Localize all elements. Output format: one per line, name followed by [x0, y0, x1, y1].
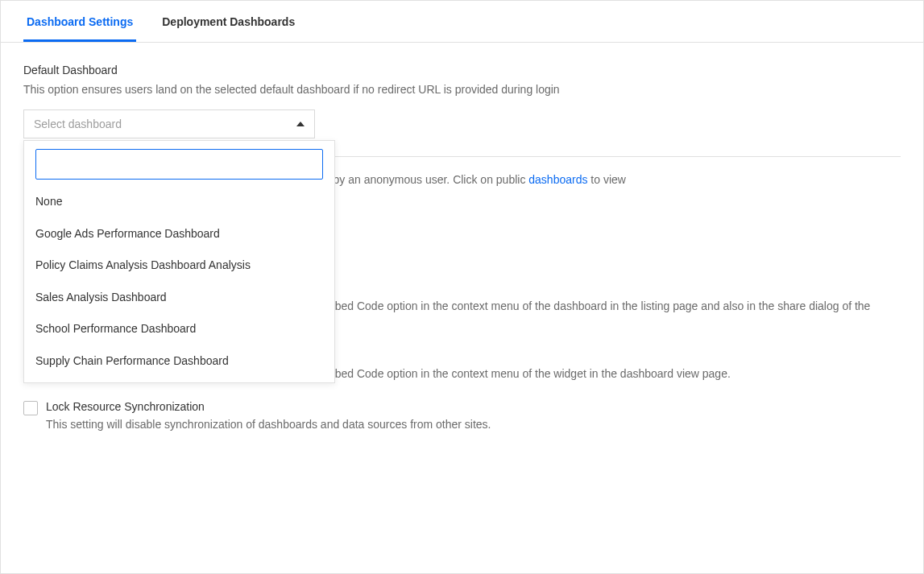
lock-resource-label: Lock Resource Synchronization — [46, 400, 901, 413]
dropdown-item-sales-analysis[interactable]: Sales Analysis Dashboard — [24, 282, 334, 314]
lock-resource-description: This setting will disable synchronizatio… — [46, 416, 901, 433]
dropdown-search-wrapper — [35, 149, 323, 180]
lock-resource-checkbox[interactable] — [23, 401, 38, 415]
chevron-up-icon — [296, 122, 305, 126]
dropdown-item-supply-chain[interactable]: Supply Chain Performance Dashboard — [24, 345, 334, 378]
dropdown-item-none[interactable]: None — [24, 186, 334, 218]
dashboard-select-placeholder: Select dashboard — [34, 118, 122, 130]
tab-deployment-dashboards[interactable]: Deployment Dashboards — [159, 1, 298, 42]
dropdown-item-google-ads[interactable]: Google Ads Performance Dashboard — [24, 218, 334, 250]
default-dashboard-description: This option ensures users land on the se… — [23, 81, 901, 98]
default-dashboard-title: Default Dashboard — [23, 64, 901, 76]
dashboard-select-toggle[interactable]: Select dashboard — [23, 109, 315, 138]
tab-dashboard-settings[interactable]: Dashboard Settings — [23, 1, 136, 42]
dropdown-search-input[interactable] — [35, 149, 323, 180]
dashboard-dropdown-menu: None Google Ads Performance Dashboard Po… — [23, 140, 335, 383]
dashboards-link[interactable]: dashboards — [528, 173, 587, 186]
dropdown-item-policy-claims[interactable]: Policy Claims Analysis Dashboard Analysi… — [24, 250, 334, 282]
tabs-bar: Dashboard Settings Deployment Dashboards — [1, 1, 923, 43]
dropdown-item-school-performance[interactable]: School Performance Dashboard — [24, 313, 334, 345]
dashboard-select-dropdown: Select dashboard None Google Ads Perform… — [23, 109, 315, 138]
